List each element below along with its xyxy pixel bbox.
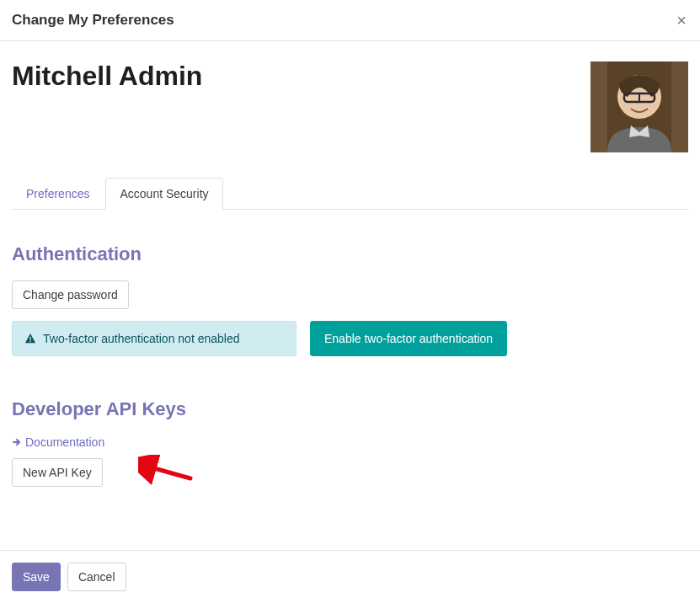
annotation-arrow-icon	[138, 455, 197, 488]
tab-account-security[interactable]: Account Security	[105, 178, 222, 210]
arrow-right-icon	[12, 437, 22, 447]
avatar[interactable]	[590, 61, 688, 152]
close-button[interactable]: ×	[676, 12, 687, 29]
save-button[interactable]: Save	[12, 563, 61, 591]
section-title-developer-api-keys: Developer API Keys	[12, 398, 688, 420]
close-icon: ×	[676, 11, 687, 29]
documentation-link[interactable]: Documentation	[12, 435, 104, 449]
avatar-image	[590, 61, 688, 152]
warning-icon	[24, 333, 36, 344]
two-fa-status-text: Two-factor authentication not enabled	[43, 332, 240, 345]
documentation-link-text: Documentation	[25, 435, 104, 449]
svg-rect-6	[29, 337, 30, 340]
tab-preferences[interactable]: Preferences	[12, 178, 104, 209]
change-password-button[interactable]: Change password	[12, 280, 129, 309]
section-title-authentication: Authentication	[12, 243, 688, 265]
enable-two-fa-button[interactable]: Enable two-factor authentication	[310, 321, 507, 356]
user-display-name: Mitchell Admin	[12, 61, 202, 91]
cancel-button[interactable]: Cancel	[67, 563, 126, 591]
svg-rect-7	[29, 341, 30, 342]
modal-title: Change My Preferences	[12, 12, 174, 29]
new-api-key-button[interactable]: New API Key	[12, 458, 103, 487]
two-fa-status: Two-factor authentication not enabled	[12, 321, 297, 356]
tabs: Preferences Account Security	[12, 178, 688, 210]
